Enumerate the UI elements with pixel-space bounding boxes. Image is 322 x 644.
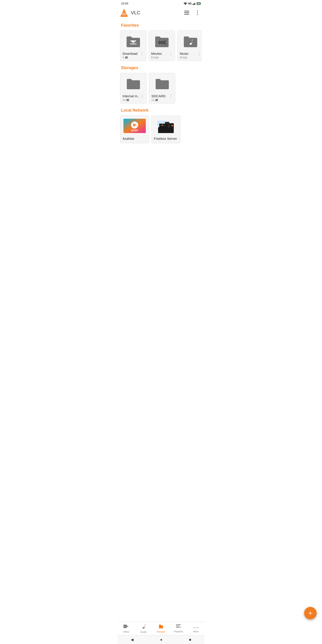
main-content: Favorites Download 2 [118,20,204,162]
movies-card-sub: Empty [151,56,162,59]
music-folder-icon [183,35,198,48]
music-card-menu[interactable]: ⋮ [196,52,201,56]
svg-rect-28 [158,40,159,41]
movies-card-icon-area [151,33,173,50]
download-card[interactable]: Download 2 ⋮ [120,30,146,61]
download-folder-icon [126,35,141,48]
svg-rect-35 [164,44,164,45]
sdcard-card[interactable]: SDCARD 11 ⋮ [149,73,175,104]
internal-memory-icon-area [122,76,144,92]
freebox-name: Freebox Server [154,136,178,141]
freebox-logo: ♫ [154,118,178,134]
svg-rect-18 [184,14,189,14]
svg-rect-16 [184,11,189,12]
svg-rect-29 [160,40,161,41]
sdcard-card-bottom: SDCARD 11 ⋮ [152,94,173,102]
internal-memory-menu[interactable]: ⋮ [139,94,144,98]
svg-rect-30 [162,40,162,41]
status-bar: 10:00 4G [118,0,204,6]
svg-rect-14 [122,13,127,14]
signal-icon [192,2,196,5]
local-network-section-title: Local Network [120,104,202,116]
internal-memory-card[interactable]: Internal m.. 10 ⋮ [120,73,147,104]
svg-rect-2 [194,4,194,5]
svg-rect-47 [159,127,166,128]
svg-text:QNAP: QNAP [131,129,138,132]
svg-point-19 [197,10,198,12]
svg-rect-34 [162,44,162,45]
time: 10:00 [121,2,128,5]
movies-folder-icon [154,35,170,48]
movies-card-menu[interactable]: ⋮ [168,52,173,56]
vlc-logo [119,8,129,18]
internal-memory-info: Internal m.. 10 [122,94,139,102]
folder-icon-sdcard [155,78,170,90]
internal-memory-sub: 10 [122,98,139,102]
sdcard-name: SDCARD [152,94,166,98]
local-network-cards: QNAP AzaNas [120,116,202,144]
wifi-icon [184,2,187,5]
svg-rect-17 [184,12,189,13]
movies-card-info: Movies Empty [151,52,162,59]
network-type: 4G [188,2,192,5]
download-card-menu[interactable]: ⋮ [139,52,144,56]
sdcard-info: SDCARD 11 [152,94,166,102]
music-card-info: Music Empty [180,52,188,59]
svg-text:♫: ♫ [168,124,170,128]
music-card-sub: Empty [180,56,188,59]
movies-card-bottom: Movies Empty ⋮ [151,52,173,59]
favorites-section-title: Favorites [120,20,202,30]
svg-rect-24 [130,44,137,44]
battery-icon [196,2,201,5]
storages-section-title: Storages [120,62,202,73]
freebox-svg: ♫ [156,119,176,133]
movies-card-name: Movies [151,52,162,56]
sdcard-icon-area [152,76,173,92]
overflow-menu-button[interactable] [193,8,202,17]
azanas-name: AzaNas [122,136,147,141]
svg-rect-33 [160,44,161,45]
folder-icon-internal [126,78,141,90]
movies-card[interactable]: Movies Empty ⋮ [149,30,175,61]
freebox-card[interactable]: ♫ Freebox Server [152,116,180,143]
music-card-name: Music [180,52,188,56]
svg-rect-31 [164,40,164,41]
azanas-logo: QNAP [122,118,147,134]
app-bar-icons [182,8,202,17]
sdcard-sub: 11 [152,98,166,102]
storages-cards: Internal m.. 10 ⋮ SDCARD [120,73,202,104]
download-card-bottom: Download 2 ⋮ [122,52,144,59]
svg-point-21 [197,14,198,15]
list-view-button[interactable] [182,8,191,17]
svg-rect-1 [192,4,193,5]
azanas-card[interactable]: QNAP AzaNas [120,116,149,143]
svg-rect-32 [158,44,159,45]
music-card-bottom: Music Empty ⋮ [180,52,201,59]
download-card-icon-area [122,33,144,50]
music-card[interactable]: Music Empty ⋮ [177,30,202,61]
svg-rect-15 [122,14,126,15]
app-bar: VLC [118,6,204,20]
svg-rect-6 [200,3,201,4]
svg-rect-46 [159,124,166,124]
qnap-logo-svg: QNAP [124,119,146,133]
music-card-icon-area [180,33,201,50]
favorites-cards: Download 2 ⋮ [120,30,202,62]
svg-rect-4 [195,2,196,5]
download-card-name: Download [122,52,138,56]
internal-memory-name: Internal m.. [122,94,139,98]
svg-point-20 [197,12,198,13]
svg-rect-3 [194,3,195,5]
svg-point-0 [185,4,186,5]
internal-memory-card-bottom: Internal m.. 10 ⋮ [122,94,144,102]
download-card-info: Download 2 [122,52,138,59]
download-card-sub: 2 [122,56,138,59]
status-icons: 4G [184,2,201,5]
app-title: VLC [131,10,180,16]
sdcard-menu[interactable]: ⋮ [168,94,173,98]
